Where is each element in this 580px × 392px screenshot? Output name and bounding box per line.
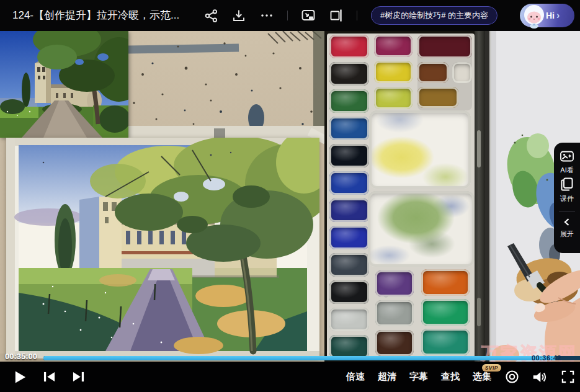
courseware-icon bbox=[560, 177, 574, 192]
search-button[interactable]: 查找 bbox=[441, 371, 460, 383]
assistant-greeting: Hi bbox=[546, 11, 555, 20]
speed-button[interactable]: 倍速 bbox=[346, 371, 365, 383]
paint-well bbox=[374, 61, 413, 83]
progress-bar[interactable]: 00:36:42 bbox=[43, 356, 580, 360]
paint-well bbox=[421, 329, 470, 355]
side-panel-label: 课件 bbox=[560, 194, 574, 203]
paint-well bbox=[417, 62, 448, 83]
mixing-tray-green bbox=[368, 191, 475, 267]
top-bar-divider bbox=[357, 11, 357, 20]
paint-well bbox=[374, 87, 413, 109]
assistant-avatar bbox=[521, 2, 547, 29]
side-panel-label: AI看 bbox=[560, 166, 573, 175]
paint-well bbox=[452, 62, 472, 83]
paint-well bbox=[329, 144, 369, 167]
mixing-tray-yellow bbox=[369, 110, 471, 189]
paint-well bbox=[421, 299, 470, 326]
side-panel-label: 展开 bbox=[560, 229, 574, 239]
current-time-label: 00:35:00 bbox=[5, 352, 37, 361]
paint-palette bbox=[324, 31, 485, 362]
video-title: 124-【创作提升】拉开冷暖，示范... bbox=[12, 0, 179, 31]
next-episode-button[interactable] bbox=[71, 370, 86, 385]
share-button[interactable] bbox=[203, 8, 218, 23]
assistant-button[interactable]: Hi › bbox=[520, 4, 574, 27]
paint-well bbox=[421, 269, 470, 296]
more-button[interactable] bbox=[259, 8, 274, 23]
svip-badge: SVIP bbox=[482, 364, 501, 372]
paint-well bbox=[329, 35, 369, 58]
paint-well bbox=[329, 89, 369, 113]
quality-button[interactable]: 超清 bbox=[378, 371, 396, 383]
video-player: AI看 课件 展开 万家资源网 https://www.wxzyw.cn 00:… bbox=[0, 0, 580, 392]
mini-player-button[interactable] bbox=[329, 8, 344, 23]
paint-well bbox=[375, 270, 414, 296]
palette-mid-top-wells bbox=[374, 35, 413, 109]
side-panel-item-expand[interactable]: 展开 bbox=[560, 218, 574, 239]
paint-well bbox=[329, 171, 369, 195]
topic-tag[interactable]: #树皮的绘制技巧# 的主要内容 bbox=[371, 6, 497, 25]
video-frame[interactable] bbox=[0, 31, 580, 362]
progress-fill bbox=[43, 356, 556, 360]
picture-in-picture-button[interactable] bbox=[301, 8, 316, 23]
download-button[interactable] bbox=[231, 8, 246, 23]
paint-well bbox=[329, 117, 369, 140]
ai-view-icon bbox=[560, 150, 574, 164]
reference-photo bbox=[0, 31, 128, 138]
palette-left-wells bbox=[329, 35, 369, 359]
side-panel-divider bbox=[559, 211, 575, 212]
side-panel: AI看 课件 展开 bbox=[554, 143, 580, 253]
record-button[interactable] bbox=[504, 370, 519, 385]
paint-well bbox=[375, 330, 414, 356]
paint-well bbox=[329, 226, 369, 249]
watercolor-painting bbox=[6, 138, 319, 359]
palette-right-top-wells bbox=[417, 35, 472, 110]
paint-well bbox=[329, 253, 369, 277]
paint-well bbox=[329, 62, 369, 86]
paint-well bbox=[329, 280, 369, 304]
bottom-control-bar: 倍速 超清 字幕 查找 选集 SVIP bbox=[0, 362, 580, 392]
top-bar: 124-【创作提升】拉开冷暖，示范... bbox=[0, 0, 580, 31]
chevron-left-icon bbox=[563, 218, 571, 228]
paint-well bbox=[329, 308, 369, 331]
palette-mid-bottom-wells bbox=[375, 270, 414, 356]
subtitle-button[interactable]: 字幕 bbox=[409, 371, 428, 383]
palette-right-bottom-wells bbox=[421, 269, 470, 355]
paint-well bbox=[374, 35, 413, 57]
episodes-button[interactable]: 选集 bbox=[473, 371, 491, 381]
top-bar-divider bbox=[287, 11, 288, 20]
chevron-right-icon: › bbox=[556, 10, 560, 21]
previous-episode-button[interactable] bbox=[42, 370, 56, 385]
paint-well bbox=[329, 198, 369, 222]
paint-well bbox=[329, 335, 369, 359]
paint-well bbox=[375, 300, 414, 326]
play-button[interactable] bbox=[12, 370, 27, 385]
fullscreen-button[interactable] bbox=[560, 370, 575, 385]
paint-well bbox=[417, 35, 472, 58]
side-panel-item-courseware[interactable]: 课件 bbox=[560, 177, 574, 203]
side-panel-item-ai-view[interactable]: AI看 bbox=[560, 150, 574, 175]
volume-button[interactable] bbox=[532, 370, 547, 385]
palette-metal-edge bbox=[475, 31, 485, 362]
paint-well bbox=[417, 87, 458, 108]
